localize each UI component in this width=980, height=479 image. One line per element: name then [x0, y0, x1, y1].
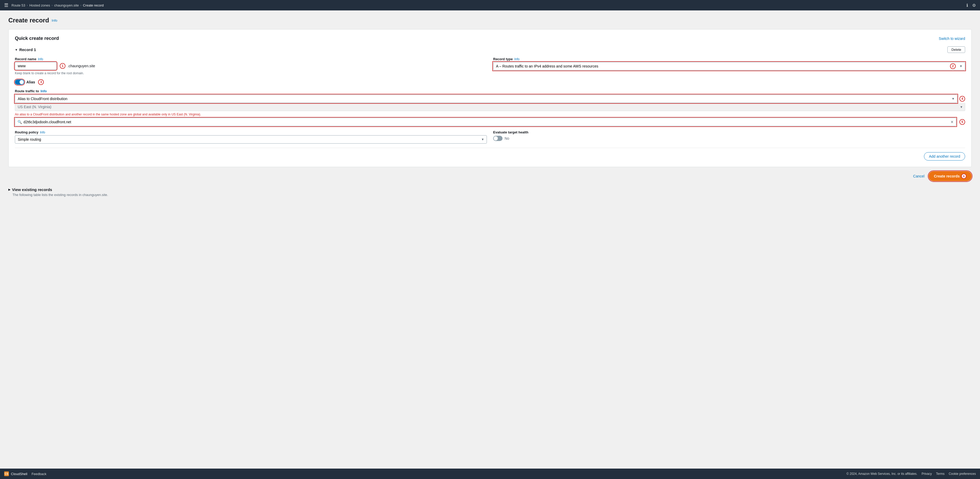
breadcrumb-domain[interactable]: chaunguyen.site: [54, 3, 79, 7]
record-name-info-link[interactable]: Info: [38, 57, 43, 61]
cloudshell-label: CloudShell: [11, 472, 27, 476]
cloudfront-search-input[interactable]: [15, 118, 956, 126]
clear-icon[interactable]: ✕: [951, 120, 954, 124]
record-name-type-row: Record name Info 1 .chaunguyen.site Keep…: [15, 57, 965, 75]
view-existing-title: View existing records: [12, 187, 52, 192]
step-badge-2: 2: [950, 63, 956, 69]
breadcrumb-current: Create record: [83, 3, 103, 7]
card-footer: Add another record: [15, 148, 965, 160]
record-type-select[interactable]: A – Routes traffic to an IPv4 address an…: [493, 62, 965, 70]
record-name-input-group: 1 .chaunguyen.site: [15, 62, 487, 70]
top-nav: ☰ Route 53 › Hosted zones › chaunguyen.s…: [0, 0, 980, 10]
route-traffic-label: Route traffic to Info: [15, 89, 965, 93]
info-icon[interactable]: ℹ: [966, 3, 968, 8]
routing-policy-label-row: Routing policy Info: [15, 130, 487, 134]
main-content: Create record Info Quick create record S…: [0, 10, 980, 469]
cloudshell-area: CS CloudShell: [4, 471, 27, 476]
switch-wizard-link[interactable]: Switch to wizard: [939, 36, 965, 41]
record-section-title: ▼ Record 1: [15, 48, 36, 52]
create-records-button[interactable]: Create records 6: [929, 171, 972, 181]
page-info-link[interactable]: Info: [52, 19, 57, 22]
alias-toggle-label: Alias: [26, 80, 35, 84]
cancel-button[interactable]: Cancel: [913, 174, 925, 178]
record-name-suffix: .chaunguyen.site: [68, 64, 95, 68]
eval-health-toggle[interactable]: [493, 136, 503, 141]
delete-button[interactable]: Delete: [947, 46, 965, 53]
alias-toggle[interactable]: [15, 79, 24, 85]
actions-row: Cancel Create records 6: [8, 171, 972, 181]
cookie-link[interactable]: Cookie preferences: [949, 472, 976, 476]
settings-icon[interactable]: ⚙: [972, 3, 976, 8]
record-section-label: Record 1: [19, 48, 36, 52]
eval-health-section: Evaluate target health No: [493, 130, 965, 144]
breadcrumb-sep-2: ›: [52, 4, 52, 7]
terms-link[interactable]: Terms: [936, 472, 945, 476]
create-records-label: Create records: [934, 174, 960, 178]
eval-health-toggle-knob: [494, 136, 498, 140]
cloudshell-icon: CS: [4, 471, 9, 476]
card-title: Quick create record: [15, 36, 59, 41]
record-type-label: Record type Info: [493, 57, 965, 61]
breadcrumb-sep-3: ›: [80, 4, 81, 7]
routing-policy-select[interactable]: Simple routing Failover Geolocation Late…: [15, 135, 487, 144]
bottom-bar: CS CloudShell Feedback © 2024, Amazon We…: [0, 469, 980, 479]
breadcrumb-sep-1: ›: [27, 4, 28, 7]
triangle-down-icon: ▼: [15, 48, 18, 51]
record-name-input[interactable]: [15, 62, 57, 70]
view-existing-header[interactable]: ▶ View existing records: [8, 187, 972, 192]
step-badge-4: 4: [959, 96, 965, 102]
page-title: Create record: [8, 17, 49, 24]
search-icon: 🔍: [18, 120, 22, 124]
routing-policy-info-link[interactable]: Info: [40, 130, 45, 134]
eval-health-toggle-label: No: [504, 136, 509, 140]
route-traffic-section: Route traffic to Info Alias to CloudFron…: [15, 89, 965, 126]
region-display: US East (N. Virginia) ▾: [15, 103, 965, 111]
routing-policy-field: Routing policy Info Simple routing Failo…: [15, 130, 487, 144]
eval-health-label: Evaluate target health: [493, 130, 965, 134]
view-existing-description: The following table lists the existing r…: [13, 193, 972, 197]
record-section-header: ▼ Record 1 Delete: [15, 46, 965, 53]
eval-health-toggle-row: No: [493, 136, 965, 141]
route-traffic-select[interactable]: Alias to CloudFront distribution Alias t…: [15, 95, 957, 103]
cloudfront-search-row: 🔍 ✕ 5: [15, 118, 965, 126]
nav-right: ℹ ⚙: [966, 3, 976, 8]
breadcrumb: Route 53 › Hosted zones › chaunguyen.sit…: [11, 3, 103, 7]
region-label: US East (N. Virginia): [18, 105, 51, 109]
alias-info-text: An alias to a CloudFront distribution an…: [15, 113, 965, 116]
breadcrumb-hosted-zones[interactable]: Hosted zones: [29, 3, 50, 7]
region-arrow-icon: ▾: [961, 105, 962, 109]
record-type-select-wrapper: A – Routes traffic to an IPv4 address an…: [493, 62, 965, 70]
route-traffic-dropdown-row: Alias to CloudFront distribution Alias t…: [15, 95, 965, 103]
step-badge-6: 6: [961, 174, 966, 179]
route-traffic-dropdown-wrapper: Alias to CloudFront distribution Alias t…: [15, 95, 957, 103]
record-name-hint: Keep blank to create a record for the ro…: [15, 71, 487, 75]
footer-right: © 2024, Amazon Web Services, Inc. or its…: [846, 472, 976, 476]
feedback-link[interactable]: Feedback: [32, 472, 46, 476]
record-type-info-link[interactable]: Info: [514, 57, 519, 61]
step-badge-5: 5: [959, 119, 965, 125]
triangle-right-icon: ▶: [8, 188, 10, 191]
alias-toggle-knob: [19, 80, 24, 84]
hamburger-icon[interactable]: ☰: [4, 2, 8, 8]
step-badge-1: 1: [60, 63, 65, 69]
view-existing-section: ▶ View existing records The following ta…: [8, 187, 972, 197]
copyright-text: © 2024, Amazon Web Services, Inc. or its…: [846, 472, 917, 476]
record-name-field: Record name Info 1 .chaunguyen.site Keep…: [15, 57, 487, 75]
step-badge-3: 3: [38, 79, 44, 85]
route-traffic-info-link[interactable]: Info: [40, 89, 47, 93]
page-title-row: Create record Info: [8, 17, 972, 24]
routing-policy-dropdown: Simple routing Failover Geolocation Late…: [15, 135, 487, 144]
breadcrumb-route53[interactable]: Route 53: [11, 3, 25, 7]
card-header: Quick create record Switch to wizard: [15, 36, 965, 41]
alias-toggle-row: Alias 3: [15, 79, 965, 85]
quick-create-card: Quick create record Switch to wizard ▼ R…: [8, 29, 972, 167]
privacy-link[interactable]: Privacy: [921, 472, 932, 476]
record-name-label: Record name Info: [15, 57, 487, 61]
routing-policy-row: Routing policy Info Simple routing Failo…: [15, 130, 965, 144]
record-type-field: Record type Info A – Routes traffic to a…: [493, 57, 965, 70]
cloudfront-search-wrapper: 🔍 ✕: [15, 118, 956, 126]
add-another-record-button[interactable]: Add another record: [924, 152, 965, 160]
